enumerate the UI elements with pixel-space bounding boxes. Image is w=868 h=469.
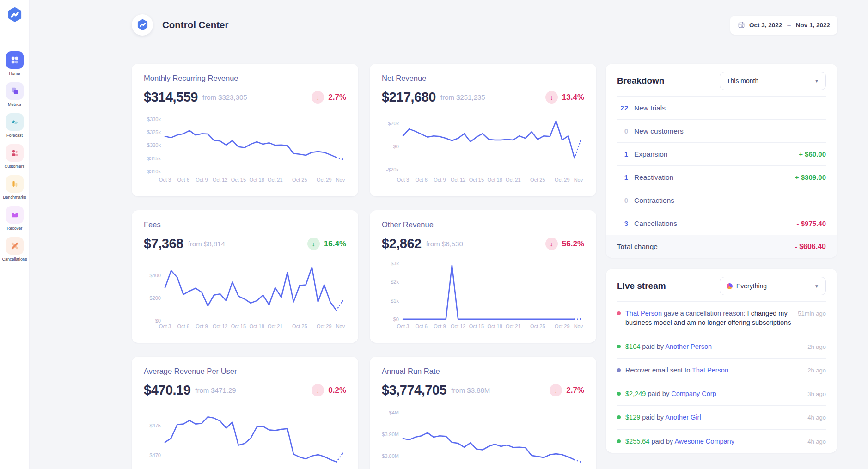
livestream-item: $2,249 paid by Company Corp 3h ago — [617, 382, 826, 405]
sidebar-item-benchmarks[interactable]: Benchmarks — [0, 175, 29, 200]
x-axis-tick: Oct 25 — [530, 177, 545, 183]
customer-link[interactable]: Awesome Company — [674, 438, 734, 445]
livestream-filter-dropdown[interactable]: Everything ▼ — [720, 277, 826, 295]
sidebar-item-metrics[interactable]: Metrics — [0, 82, 29, 107]
metric-delta-percent: 2.7% — [328, 93, 346, 102]
metric-previous-value: from $6,530 — [426, 240, 463, 248]
x-axis-tick: Oct 21 — [268, 323, 282, 329]
metric-card-fees: Fees $7,368 from $8,814 ↓ 16.4% $400$200… — [132, 210, 358, 343]
customer-link[interactable]: Company Corp — [671, 390, 716, 397]
sidebar-item-recover[interactable]: Recover — [0, 206, 29, 231]
arrow-down-icon: ↓ — [545, 91, 558, 104]
event-time: 2h ago — [807, 365, 826, 375]
y-axis-tick: $320k — [147, 142, 161, 148]
y-axis-tick: $475 — [150, 423, 161, 428]
x-axis-tick: Oct 6 — [177, 177, 189, 183]
metric-value: $2,862 — [382, 236, 422, 251]
sidebar-item-home[interactable]: Home — [0, 51, 29, 76]
x-axis-tick: Nov 1 — [336, 323, 346, 329]
sidebar-item-label: Recover — [7, 226, 23, 231]
y-axis-tick: $3.80M — [382, 453, 399, 459]
x-axis-tick: Oct 29 — [317, 323, 331, 329]
cancellations-icon — [6, 237, 24, 255]
line-chart-svg: $475$470Oct 3Oct 6Oct 9Oct 12Oct 15Oct 1… — [144, 403, 346, 469]
x-axis-tick: Oct 12 — [451, 177, 465, 183]
event-description: That Person gave a cancellation reason: … — [625, 309, 791, 328]
x-axis-tick: Oct 21 — [506, 323, 520, 329]
arrow-down-icon: ↓ — [550, 384, 562, 396]
event-text: paid by — [640, 414, 665, 421]
metric-delta-percent: 13.4% — [562, 93, 584, 102]
event-text: $2,249 — [625, 390, 646, 397]
x-axis-tick: Oct 25 — [530, 323, 545, 329]
breakdown-row-new-trials: 22 New trials — [617, 96, 826, 119]
line-chart-svg: $4M$3.90M$3.80MOct 3Oct 6Oct 9Oct 12Oct … — [382, 403, 584, 469]
metric-title: Annual Run Rate — [382, 367, 584, 376]
breakdown-label: New trials — [634, 104, 666, 112]
control-center-logo-icon — [132, 14, 153, 36]
metric-previous-value: from $471.29 — [195, 386, 236, 394]
sidebar-item-label: Cancellations — [2, 257, 27, 262]
x-axis-tick: Nov 1 — [574, 177, 584, 183]
x-axis-tick: Oct 3 — [159, 177, 171, 183]
x-axis-tick: Oct 29 — [555, 177, 569, 183]
event-text: $255.64 — [625, 438, 649, 445]
main-content: Control Center Oct 3, 2022 – Nov 1, 2022… — [30, 0, 868, 469]
event-dot-icon — [617, 415, 621, 419]
livestream-title: Live stream — [617, 281, 666, 291]
chevron-down-icon: ▼ — [814, 284, 819, 289]
metric-delta-badge: ↓ 13.4% — [545, 91, 584, 104]
y-axis-tick: $3.90M — [382, 432, 399, 437]
metric-previous-value: from $8,814 — [188, 240, 225, 248]
event-text: paid by — [646, 390, 671, 397]
fees-line-chart: $400$200$0Oct 3Oct 6Oct 9Oct 12Oct 15Oct… — [144, 257, 346, 330]
arrow-down-icon: ↓ — [312, 91, 324, 104]
sidebar-item-forecast[interactable]: Forecast — [0, 113, 29, 138]
breakdown-count: 22 — [617, 104, 628, 112]
app-logo-icon[interactable] — [6, 7, 23, 24]
sidebar-item-customers[interactable]: Customers — [0, 144, 29, 169]
customer-link[interactable]: That Person — [692, 366, 728, 374]
y-axis-tick: $310k — [147, 169, 161, 174]
line-chart-svg: $20k$0-$20kOct 3Oct 6Oct 9Oct 12Oct 15Oc… — [382, 110, 584, 183]
breakdown-label: Contractions — [634, 196, 674, 205]
customer-link[interactable]: That Person — [625, 310, 662, 317]
y-axis-tick: $0 — [393, 144, 399, 149]
x-axis-tick: Oct 18 — [487, 323, 502, 329]
customer-link[interactable]: Another Person — [665, 343, 712, 350]
metric-value: $470.19 — [144, 383, 190, 398]
calendar-icon — [738, 21, 745, 29]
y-axis-tick: $315k — [147, 156, 161, 161]
date-range-picker[interactable]: Oct 3, 2022 – Nov 1, 2022 — [730, 16, 837, 35]
y-axis-tick: $20k — [388, 121, 399, 126]
metric-delta-badge: ↓ 0.2% — [312, 384, 346, 396]
total-change-row: Total change - $606.40 — [606, 235, 837, 258]
x-axis-tick: Oct 29 — [317, 177, 331, 183]
sidebar-item-cancellations[interactable]: Cancellations — [0, 237, 29, 262]
x-axis-tick: Oct 6 — [177, 323, 189, 329]
x-axis-tick: Oct 15 — [231, 177, 246, 183]
breakdown-amount: + $60.00 — [799, 150, 826, 158]
x-axis-tick: Oct 9 — [196, 323, 208, 329]
breakdown-amount: - $975.40 — [797, 219, 826, 227]
metric-delta-badge: ↓ 2.7% — [550, 384, 584, 396]
metric-previous-value: from $3.88M — [451, 386, 490, 394]
sidebar-item-label: Benchmarks — [3, 195, 26, 200]
breakdown-amount: — — [819, 127, 826, 135]
metric-delta-percent: 2.7% — [566, 386, 584, 395]
x-axis-tick: Oct 12 — [213, 177, 227, 183]
customer-link[interactable]: Another Girl — [665, 414, 701, 421]
event-text: gave a cancellation reason: — [662, 310, 747, 317]
x-axis-tick: Oct 18 — [249, 323, 264, 329]
x-axis-tick: Oct 18 — [249, 177, 264, 183]
event-text: paid by — [649, 438, 674, 445]
breakdown-count: 3 — [617, 219, 628, 227]
breakdown-amount: — — [819, 196, 826, 204]
y-axis-tick: $400 — [150, 273, 161, 278]
arrow-down-icon: ↓ — [307, 238, 320, 250]
recover-icon — [6, 206, 24, 224]
x-axis-tick: Oct 3 — [397, 177, 409, 183]
date-range-start: Oct 3, 2022 — [749, 22, 782, 29]
x-axis-tick: Oct 21 — [506, 177, 520, 183]
breakdown-period-dropdown[interactable]: This month ▼ — [720, 72, 826, 90]
